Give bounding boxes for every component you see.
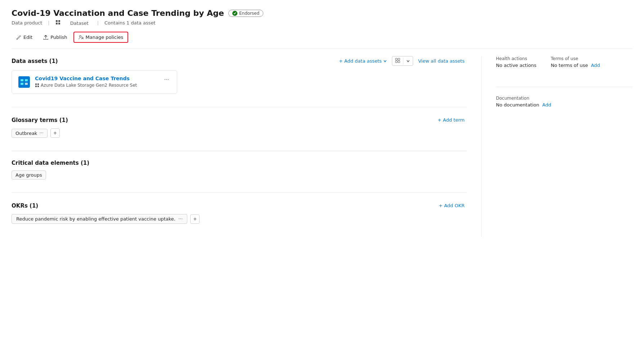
svg-rect-8 [398,58,400,60]
add-okr-button[interactable]: + Add OKR [437,201,467,210]
sep1: | [45,20,52,26]
svg-rect-3 [56,23,58,24]
svg-rect-2 [58,20,60,22]
divider1 [12,107,467,107]
terms-of-use-value: No terms of use Add [551,63,600,68]
data-product-label: Data product [12,20,45,26]
asset-icon [18,76,31,89]
manage-policies-label: Manage policies [86,35,124,40]
chevron-down-icon [383,59,387,63]
svg-rect-7 [395,58,397,60]
svg-rect-19 [35,86,37,87]
okrs-section: OKRs (1) + Add OKR Reduce pandemic risk … [12,201,467,224]
sep2: | [94,20,102,26]
svg-rect-20 [37,86,39,87]
health-actions-label: Health actions [496,56,536,61]
svg-rect-16 [25,83,28,85]
divider2 [12,151,467,151]
publish-button[interactable]: Publish [39,32,72,42]
right-top-row: Health actions No active actions Terms o… [496,56,632,78]
svg-point-5 [79,35,81,37]
data-assets-actions: + Add data assets [337,56,467,66]
glossary-terms-section: Glossary terms (1) + Add term Outbreak ·… [12,116,467,138]
endorsed-label: Endorsed [239,11,259,16]
svg-rect-10 [398,61,400,63]
add-glossary-term-inline-button[interactable]: + [50,128,60,138]
asset-type: Azure Data Lake Storage Gen2 Resource Se… [35,83,137,88]
edit-button[interactable]: Edit [12,32,37,42]
critical-data-elements-section: Critical data elements (1) Age groups [12,160,467,180]
terms-of-use-section: Terms of use No terms of use Add [551,56,600,68]
critical-data-elements-header: Critical data elements (1) [12,160,467,166]
pencil-icon [16,35,21,40]
svg-rect-1 [56,20,58,22]
health-actions-value: No active actions [496,63,536,68]
toolbar: Edit Publish Manage policies [12,32,632,49]
add-term-button[interactable]: + Add term [435,116,467,124]
terms-of-use-label: Terms of use [551,56,600,61]
add-documentation-button[interactable]: Add [542,102,551,108]
svg-rect-12 [18,76,30,88]
subtitle-row: Data product | Dataset | Contains 1 data… [12,20,632,26]
svg-rect-14 [25,79,28,81]
svg-rect-18 [37,83,39,85]
add-okr-inline-button[interactable]: + [190,214,200,224]
glossary-terms-title: Glossary terms (1) [12,117,68,123]
glossary-terms-list: Outbreak ··· + [12,128,467,138]
left-panel: Data assets (1) + Add data assets [12,56,467,237]
asset-info: Covid19 Vaccine and Case Trends Azure Da… [35,76,137,88]
data-assets-section: Data assets (1) + Add data assets [12,56,467,94]
documentation-value: No documentation Add [496,102,632,108]
documentation-section: Documentation No documentation Add [496,96,632,108]
svg-rect-17 [35,83,37,85]
cde-tag: Age groups [12,171,46,180]
asset-card-left: Covid19 Vaccine and Case Trends Azure Da… [18,76,137,89]
page-title: Covid-19 Vaccination and Case Trending b… [12,9,224,18]
svg-point-6 [82,37,83,38]
manage-policies-button[interactable]: Manage policies [73,32,129,43]
svg-rect-13 [21,79,23,81]
svg-rect-4 [58,23,60,24]
right-panel: Health actions No active actions Terms o… [481,56,632,237]
svg-rect-9 [395,61,397,63]
add-terms-button[interactable]: Add [591,63,600,68]
dataset-label: Dataset [53,20,94,26]
okrs-title: OKRs (1) [12,203,38,209]
endorsed-badge: Endorsed [228,10,263,17]
glossary-term-tag: Outbreak ··· [12,129,48,138]
tag-more-btn[interactable]: ··· [39,131,43,136]
right-divider [496,87,632,87]
asset-more-button[interactable]: ··· [162,76,171,83]
okrs-list: Reduce pandemic risk by enabling effecti… [12,214,467,224]
chevron-view-button[interactable] [403,57,413,65]
manage-policies-icon [79,35,84,40]
svg-rect-15 [21,83,23,85]
edit-label: Edit [23,35,32,40]
data-assets-header: Data assets (1) + Add data assets [12,56,467,66]
endorsed-icon [232,11,237,16]
publish-icon [43,35,48,40]
critical-data-elements-list: Age groups [12,171,467,180]
grid-view-button[interactable] [392,56,403,65]
glossary-terms-header: Glossary terms (1) + Add term [12,116,467,124]
view-toggle [392,56,413,66]
divider3 [12,192,467,193]
title-row: Covid-19 Vaccination and Case Trending b… [12,9,632,18]
okr-tag: Reduce pandemic risk by enabling effecti… [12,214,187,224]
okr-more-btn[interactable]: ··· [178,216,183,222]
critical-data-elements-title: Critical data elements (1) [12,160,89,166]
main-page: Covid-19 Vaccination and Case Trending b… [0,0,644,363]
documentation-label: Documentation [496,96,632,101]
view-all-data-assets-button[interactable]: View all data assets [416,57,467,65]
dataset-icon [55,20,64,25]
add-data-assets-button[interactable]: + Add data assets [337,57,389,65]
health-actions-section: Health actions No active actions [496,56,536,68]
contains-label: Contains 1 data asset [102,20,158,26]
publish-label: Publish [50,35,67,40]
data-assets-title: Data assets (1) [12,58,58,64]
okrs-header: OKRs (1) + Add OKR [12,201,467,210]
asset-name[interactable]: Covid19 Vaccine and Case Trends [35,76,137,81]
asset-type-icon [35,83,39,87]
asset-card: Covid19 Vaccine and Case Trends Azure Da… [12,70,177,94]
